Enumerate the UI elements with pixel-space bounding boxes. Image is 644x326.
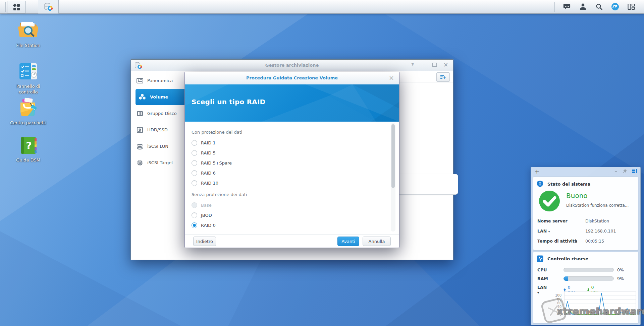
system-status-description: DiskStation funziona corretta... [566,203,629,208]
sidebar-item-label: Panoramica [147,78,173,83]
taskbar-right [554,2,644,12]
storage-manager-icon [44,2,53,11]
resource-pulse-icon [537,255,543,262]
wizard-body: Con protezione dei dati RAID 1 RAID 5 RA… [185,122,399,235]
radio-option-raid6[interactable]: RAID 6 [192,168,399,178]
wizard-banner: Scegli un tipo RAID [185,84,399,122]
chart-ylabels: 020406080100 [552,291,563,314]
chevron-down-icon: ▾ [548,230,550,233]
radio-icon [192,150,197,156]
radio-option-base[interactable]: Base [192,200,399,210]
disk-group-icon [137,110,143,117]
control-panel-icon [6,61,50,81]
iscsi-lun-icon [137,143,143,150]
help-button[interactable]: ? [410,62,415,67]
info-row-server-name: Nome server DiskStation [537,218,634,225]
package-center-icon [6,97,50,118]
taskbar-divider [5,2,6,12]
svg-text:?: ? [26,140,32,151]
cpu-meter [564,268,614,272]
wizard-footer: Indietro Avanti Annulla [185,235,399,248]
cpu-percent: 0% [617,267,624,272]
window-sidebar: Panoramica Volume Gruppo Disco HDD/SSD [131,71,186,260]
background-panel-edge [391,174,458,195]
info-row-uptime: Tempo di attività 00:05:15 [537,239,634,245]
dsm-help-icon: ? [6,136,50,155]
sidebar-item-label: Gruppo Disco [147,111,177,116]
back-button[interactable]: Indietro [193,237,216,246]
sidebar-item-hdd-ssd[interactable]: HDD/SSD [131,122,186,138]
sidebar-item-volume[interactable]: Volume [136,89,186,105]
radio-option-raid5[interactable]: RAID 5 [192,148,399,158]
resource-gauge-icon[interactable] [611,3,619,11]
window-titlebar[interactable]: Gestore archiviazione ? – × [131,59,453,72]
sidebar-item-gruppo-disco[interactable]: Gruppo Disco [131,105,186,122]
sidebar-item-label: HDD/SSD [147,127,168,132]
no-protection-group-label: Senza protezione dei dati [192,191,399,199]
app-grid-icon [12,3,21,11]
sort-button[interactable] [436,72,450,82]
shield-info-icon [537,180,543,188]
widget-title: Controllo risorse [547,256,588,261]
radio-option-raid5spare[interactable]: RAID 5+Spare [192,158,399,168]
widget-minimize-button[interactable]: – [615,168,618,174]
desktop-icon-label: Pannello di controllo [6,83,50,95]
desktop-icon-control-panel[interactable]: Pannello di controllo [6,61,50,95]
folder-search-icon [6,18,50,41]
wizard-close-icon[interactable]: × [388,74,395,81]
desktop-icon-package-center[interactable]: Centro pacchetti [6,97,50,126]
next-button[interactable]: Avanti [337,237,359,246]
radio-icon [192,222,197,228]
minimize-button[interactable]: – [421,62,426,67]
notifications-chat-icon[interactable] [563,3,571,11]
cancel-button[interactable]: Annulla [363,237,391,246]
ram-bar-fill [564,276,568,281]
sidebar-item-iscsi-lun[interactable]: iSCSI LUN [131,138,186,154]
scrollbar-thumb[interactable] [391,124,395,188]
ram-meter [564,276,614,281]
user-icon[interactable] [579,3,587,11]
search-icon[interactable] [595,3,603,11]
window-title: Gestore archiviazione [131,63,453,68]
wizard-heading: Scegli un tipo RAID [192,98,265,106]
sidebar-item-label: Volume [150,94,168,100]
radio-option-raid10[interactable]: RAID 10 [192,178,399,188]
iscsi-target-icon [137,159,143,166]
radio-icon [192,170,197,176]
wizard-scrollbar[interactable] [391,123,395,232]
raid-group-label: Con protezione dei dati [192,128,399,136]
desktop: File Station Pannello di controllo [0,0,644,326]
sort-descending-icon [440,75,446,79]
radio-option-raid0[interactable]: RAID 0 [192,220,399,230]
close-button[interactable]: × [443,62,448,67]
radio-option-raid1[interactable]: RAID 1 [192,138,399,148]
main-menu-button[interactable] [7,1,26,13]
window-controls: ? – × [410,62,448,67]
status-ok-icon [539,190,560,212]
wizard-titlebar[interactable]: Procedura Guidata Creazione Volume × [185,72,399,85]
radio-icon [192,180,197,186]
dock-panel-icon[interactable] [632,169,638,174]
widget-panel: + – Stato del sistema Bu [531,167,641,325]
system-status-value: Buono [566,192,588,200]
desktop-icon-file-station[interactable]: File Station [6,18,50,48]
maximize-button[interactable] [432,62,437,67]
radio-option-jbod[interactable]: JBOD [192,210,399,220]
widgets-icon[interactable] [627,3,635,11]
sidebar-item-panoramica[interactable]: Panoramica [131,72,186,89]
desktop-icon-label: Guida DSM [6,157,50,163]
radio-icon [192,160,197,166]
pin-icon[interactable] [622,169,627,174]
desktop-icon-label: Centro pacchetti [6,120,50,126]
resource-monitor-widget: Controllo risorse CPU 0% RAM 9% LAN ▾ 0 … [533,252,638,323]
desktop-icon-label: File Station [6,43,50,48]
desktop-icon-dsm-help[interactable]: ? Guida DSM [6,136,50,163]
sidebar-item-label: iSCSI Target [147,160,173,165]
storage-manager-taskbar-button[interactable] [38,0,59,14]
sidebar-item-iscsi-target[interactable]: iSCSI Target [131,154,186,171]
widget-title: Stato del sistema [547,182,590,187]
overview-icon [137,77,143,84]
taskbar-divider [554,2,555,12]
add-widget-button[interactable]: + [534,168,539,175]
radio-icon [192,202,197,208]
